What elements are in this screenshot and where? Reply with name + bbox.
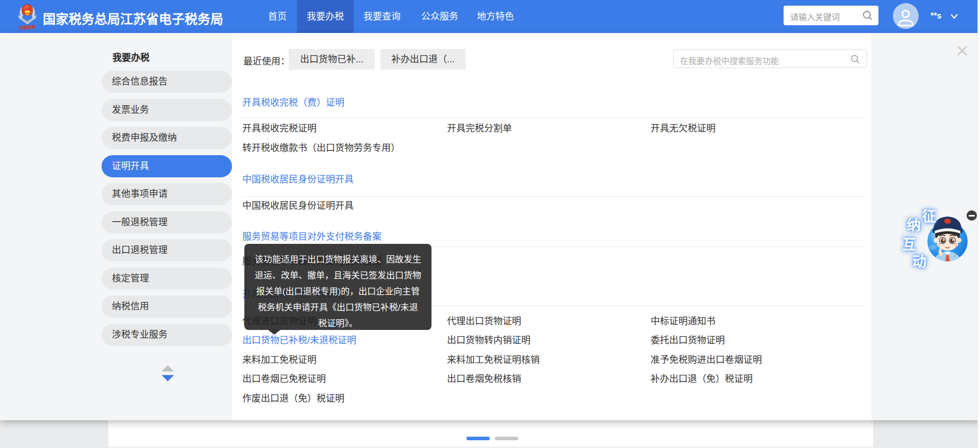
- svg-text:互: 互: [902, 237, 916, 253]
- svg-text:征: 征: [922, 209, 936, 224]
- svg-text:动: 动: [912, 254, 926, 270]
- svg-text:中国税务: 中国税务: [18, 24, 36, 30]
- svg-text:纳: 纳: [907, 217, 921, 233]
